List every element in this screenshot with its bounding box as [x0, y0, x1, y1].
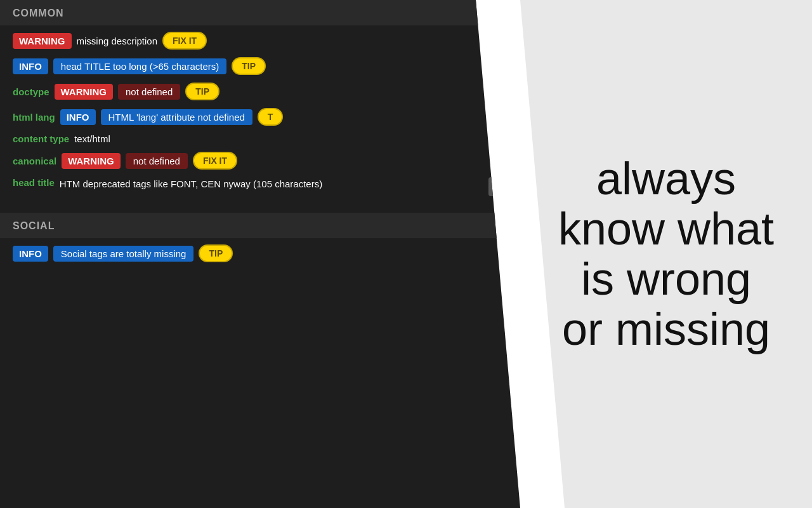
- copy-icon[interactable]: 📋: [488, 177, 508, 196]
- common-section-header: COMMON: [0, 0, 520, 25]
- list-item: content type text/html: [13, 133, 508, 144]
- social-items: INFO Social tags are totally missing TIP: [0, 238, 520, 276]
- tip-button-partial[interactable]: T: [258, 108, 284, 126]
- info-badge: INFO: [13, 58, 48, 74]
- tip-button[interactable]: TIP: [185, 83, 219, 100]
- item-text: not defined: [118, 84, 180, 100]
- item-text: not defined: [126, 153, 188, 169]
- list-item: INFO Social tags are totally missing TIP: [13, 244, 508, 262]
- item-text: Social tags are totally missing: [53, 246, 194, 262]
- tip-button-partial[interactable]: TIP: [199, 244, 233, 262]
- category-label: head title: [13, 177, 55, 188]
- list-item: canonical WARNING not defined FIX IT: [13, 152, 508, 170]
- fix-it-button[interactable]: FIX IT: [193, 152, 237, 170]
- item-text: missing description: [77, 36, 158, 46]
- category-label: canonical: [13, 156, 56, 166]
- item-text: head TITLE too long (>65 characters): [53, 58, 226, 74]
- social-section-header: SOCIAL: [0, 213, 520, 238]
- info-badge: INFO: [60, 109, 96, 125]
- left-panel: COMMON WARNING missing description FIX I…: [0, 0, 520, 508]
- fix-it-button[interactable]: FIX IT: [162, 32, 207, 50]
- social-section: SOCIAL INFO Social tags are totally miss…: [0, 213, 520, 276]
- item-text: text/html: [74, 133, 110, 144]
- common-items: WARNING missing description FIX IT INFO …: [0, 25, 520, 210]
- warning-badge: WARNING: [62, 153, 121, 169]
- list-item: WARNING missing description FIX IT: [13, 32, 508, 50]
- list-item: INFO head TITLE too long (>65 characters…: [13, 57, 508, 75]
- right-panel: alwaysknow whatis wrongor missing: [520, 0, 812, 508]
- category-label: doctype: [13, 86, 49, 97]
- warning-badge: WARNING: [13, 33, 72, 49]
- category-label: content type: [13, 133, 69, 144]
- list-item: head title HTM deprecated tags like FONT…: [13, 177, 508, 196]
- tagline-text: alwaysknow whatis wrongor missing: [558, 154, 774, 355]
- warning-badge: WARNING: [55, 84, 114, 100]
- category-label: html lang: [13, 112, 55, 123]
- list-item: html lang INFO HTML 'lang' attribute not…: [13, 108, 508, 126]
- info-badge: INFO: [13, 246, 48, 262]
- tip-button[interactable]: TIP: [232, 57, 266, 75]
- list-item: doctype WARNING not defined TIP: [13, 83, 508, 100]
- item-text: HTML 'lang' attribute not defined: [101, 109, 252, 125]
- head-title-text: HTM deprecated tags like FONT, CEN nyway…: [60, 177, 483, 190]
